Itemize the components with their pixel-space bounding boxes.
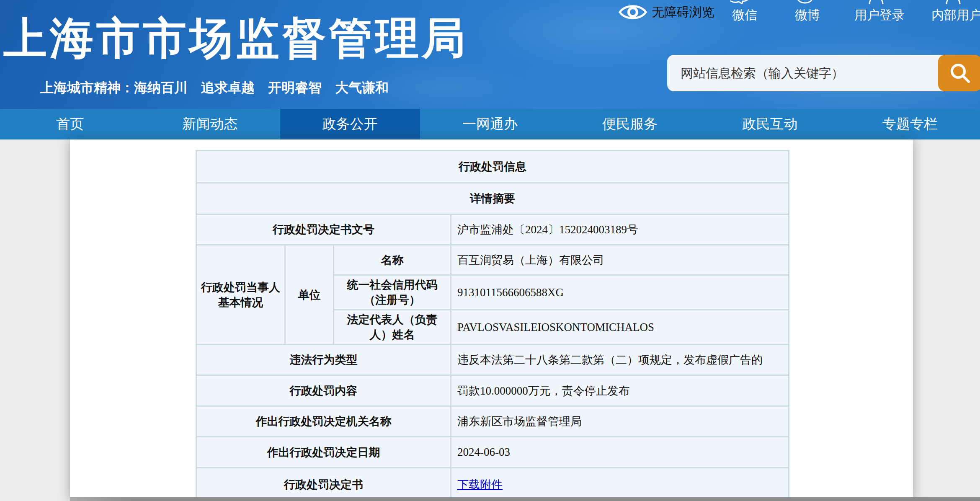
table-row: 行政处罚信息: [196, 151, 789, 183]
table-label-cell: 单位: [285, 245, 334, 345]
table-label-cell: 违法行为类型: [196, 345, 451, 375]
user-login-label: 用户登录: [854, 7, 905, 24]
eye-icon: [618, 3, 647, 22]
user-icon-partial: [868, 0, 885, 4]
table-value-cell: 百互润贸易（上海）有限公司: [451, 245, 789, 275]
horizontal-scrollbar-thumb[interactable]: [70, 497, 980, 501]
table-value-cell: 浦东新区市场监督管理局: [451, 406, 789, 437]
nav-item-government-affairs[interactable]: 政务公开: [280, 109, 420, 139]
weibo-label: 微博: [795, 7, 820, 24]
table-label-cell: 行政处罚当事人基本情况: [196, 245, 285, 345]
table-value-cell: 2024-06-03: [451, 437, 789, 468]
weibo-icon-partial: [796, 0, 814, 4]
content-panel: 行政处罚信息 详情摘要 行政处罚决定书文号 沪市监浦处〔2024〕1520240…: [70, 139, 913, 501]
nav-item-public-interaction[interactable]: 政民互动: [700, 109, 840, 139]
nav-item-special-columns[interactable]: 专题专栏: [840, 109, 980, 139]
table-label-cell: 统一社会信用代码（注册号）: [334, 275, 451, 310]
search-button[interactable]: [938, 55, 980, 91]
internal-user-link[interactable]: 内部用户: [931, 7, 980, 24]
table-label-cell: 行政处罚决定书: [196, 468, 451, 501]
site-logo: 上海市市场监督管理局: [3, 14, 468, 62]
wechat-label: 微信: [732, 7, 757, 24]
accessibility-link[interactable]: 无障碍浏览: [618, 3, 714, 22]
site-header: 无障碍浏览 微信 微博 用户登录 内部用户 上海市市场监督管理局 上海城市精神：…: [0, 0, 980, 109]
wechat-link[interactable]: 微信: [732, 7, 757, 24]
nav-item-convenience-services[interactable]: 便民服务: [560, 109, 700, 139]
table-value-cell: PAVLOSVASILEIOSKONTOMICHALOS: [451, 310, 789, 345]
table-label-cell: 行政处罚决定书文号: [196, 214, 451, 245]
search-bar: [667, 55, 978, 91]
nav-item-news[interactable]: 新闻动态: [140, 109, 280, 139]
magnifier-icon: [949, 62, 971, 84]
table-value-cell: 下载附件: [451, 468, 789, 501]
table-label-cell: 作出行政处罚决定日期: [196, 437, 451, 468]
main-navbar: 首页 新闻动态 政务公开 一网通办 便民服务 政民互动 专题专栏: [0, 109, 980, 139]
table-row: 违法行为类型 违反本法第二十八条第二款第（二）项规定，发布虚假广告的: [196, 345, 789, 375]
table-row: 行政处罚决定书文号 沪市监浦处〔2024〕152024003189号: [196, 214, 789, 245]
table-value-cell: 沪市监浦处〔2024〕152024003189号: [451, 214, 789, 245]
table-row: 作出行政处罚决定日期 2024-06-03: [196, 437, 789, 468]
download-attachment-link[interactable]: 下载附件: [457, 478, 503, 491]
penalty-info-table: 行政处罚信息 详情摘要 行政处罚决定书文号 沪市监浦处〔2024〕1520240…: [196, 150, 789, 501]
table-row: 行政处罚决定书 下载附件: [196, 468, 789, 501]
search-input[interactable]: [667, 55, 978, 91]
table-row: 详情摘要: [196, 183, 789, 214]
wechat-icon-partial: [730, 0, 749, 4]
nav-item-home[interactable]: 首页: [0, 109, 140, 139]
weibo-link[interactable]: 微博: [795, 7, 820, 24]
user-icon-partial: [945, 0, 962, 4]
user-login-link[interactable]: 用户登录: [854, 7, 905, 24]
internal-user-label: 内部用户: [931, 7, 980, 24]
table-value-cell: 9131011566606588XG: [451, 275, 789, 310]
table-label-cell: 名称: [334, 245, 451, 275]
table-value-cell: 违反本法第二十八条第二款第（二）项规定，发布虚假广告的: [451, 345, 789, 375]
table-row: 行政处罚内容 罚款10.000000万元，责令停止发布: [196, 375, 789, 406]
nav-item-one-stop-services[interactable]: 一网通办: [420, 109, 560, 139]
table-summary-cell: 详情摘要: [196, 183, 789, 214]
accessibility-label: 无障碍浏览: [652, 4, 714, 21]
site-slogan: 上海城市精神：海纳百川 追求卓越 开明睿智 大气谦和: [40, 79, 389, 97]
table-label-cell: 行政处罚内容: [196, 375, 451, 406]
content-area: 行政处罚信息 详情摘要 行政处罚决定书文号 沪市监浦处〔2024〕1520240…: [0, 139, 980, 501]
table-label-cell: 法定代表人（负责人）姓名: [334, 310, 451, 345]
table-row: 行政处罚当事人基本情况 单位 名称 百互润贸易（上海）有限公司: [196, 245, 789, 275]
table-label-cell: 作出行政处罚决定机关名称: [196, 406, 451, 437]
table-value-cell: 罚款10.000000万元，责令停止发布: [451, 375, 789, 406]
page: 无障碍浏览 微信 微博 用户登录 内部用户 上海市市场监督管理局 上海城市精神：…: [0, 0, 980, 501]
table-title-cell: 行政处罚信息: [196, 151, 789, 183]
table-row: 作出行政处罚决定机关名称 浦东新区市场监督管理局: [196, 406, 789, 437]
